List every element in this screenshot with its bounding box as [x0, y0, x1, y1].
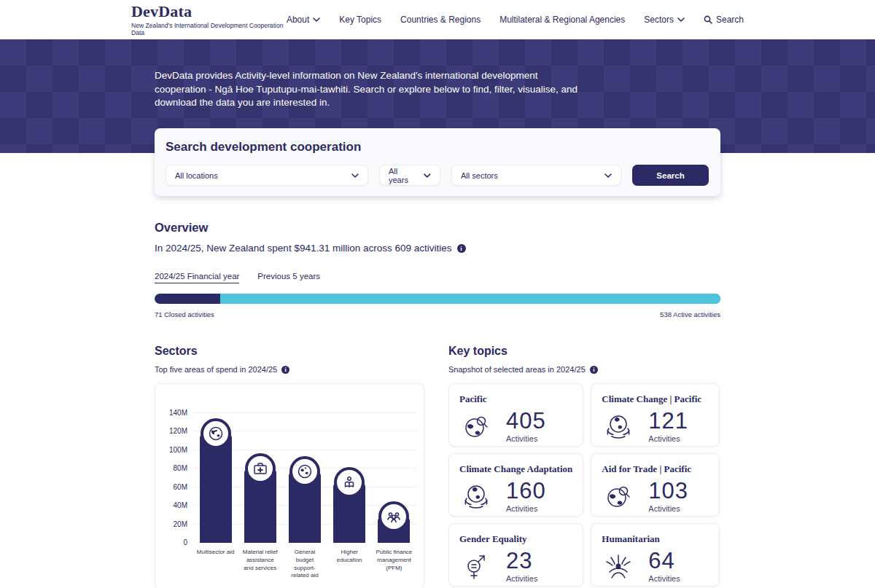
chevron-down-icon — [424, 173, 431, 178]
logo-tagline: New Zealand's International Development … — [131, 22, 287, 36]
globe-icon — [207, 425, 225, 442]
closed-activities-label: 71 Closed activities — [155, 310, 214, 318]
globe-hands-icon — [602, 409, 635, 443]
closed-activities-segment — [155, 294, 220, 304]
chevron-down-icon — [351, 173, 359, 178]
search-panel: Search development cooperation All locat… — [155, 128, 720, 196]
nav-item-multilateral-agencies[interactable]: Multilateral & Regional Agencies — [499, 15, 625, 25]
topic-card-pacific[interactable]: Pacific 405 Activities — [448, 383, 583, 447]
hands-together-icon — [602, 549, 635, 583]
globe-hands-icon — [459, 479, 493, 513]
y-tick-label: 0 — [160, 538, 187, 546]
overview-summary: In 2024/25, New Zealand spent $941.31 mi… — [155, 243, 452, 254]
search-icon — [704, 15, 712, 24]
bar-general-budget-support — [289, 471, 321, 543]
nav-item-search[interactable]: Search — [704, 15, 744, 25]
main-nav: About Key Topics Countries & Regions Mul… — [287, 15, 744, 25]
activities-progress-bar — [155, 294, 720, 304]
active-activities-label: 538 Active activities — [660, 310, 720, 318]
bar-material-relief — [244, 469, 276, 543]
tab-previous-5-years[interactable]: Previous 5 years — [257, 272, 320, 283]
logo-title: DevData — [131, 3, 287, 20]
y-tick-label: 120M — [160, 427, 187, 435]
header: DevData New Zealand's International Deve… — [0, 0, 875, 39]
hero-text: DevData provides Activity-level informat… — [155, 69, 586, 110]
topic-card-gender-equality[interactable]: Gender Equality 23 Activities — [448, 523, 583, 587]
chevron-down-icon — [604, 173, 612, 178]
key-topics-grid: Pacific 405 Activities Climate Change | … — [448, 383, 720, 587]
topic-count-label: Activities — [506, 574, 537, 583]
x-label: General budget support-related aid — [282, 549, 327, 580]
nav-item-about[interactable]: About — [287, 15, 320, 25]
topic-count-label: Activities — [648, 434, 688, 443]
bar-public-finance-management — [378, 517, 410, 543]
medical-kit-icon — [252, 460, 269, 477]
x-label: Material relief assistance and services — [238, 549, 282, 580]
info-icon[interactable] — [281, 366, 289, 374]
sectors-subtitle: Top five areas of spend in 2024/25 — [155, 365, 277, 374]
sectors-select[interactable]: All sectors — [451, 165, 621, 186]
chart-plot: 020M40M60M80M100M120M140M — [193, 413, 416, 543]
logo[interactable]: DevData New Zealand's International Deve… — [131, 3, 287, 36]
key-topics-subtitle: Snapshot of selected areas in 2024/25 — [448, 365, 586, 374]
topic-count: 64 — [648, 549, 680, 572]
chart-x-labels: Multisector aid Material relief assistan… — [193, 549, 416, 580]
y-tick-label: 20M — [160, 520, 187, 528]
chevron-down-icon — [313, 17, 320, 22]
bar-multisector-aid — [200, 434, 232, 543]
tab-financial-year[interactable]: 2024/25 Financial year — [155, 272, 239, 283]
active-activities-segment — [220, 294, 720, 304]
y-tick-label: 140M — [160, 409, 187, 417]
chart-bars — [193, 413, 416, 543]
chevron-down-icon — [677, 17, 685, 22]
people-icon — [385, 508, 402, 525]
topic-count: 103 — [648, 479, 688, 502]
y-tick-label: 40M — [160, 501, 187, 509]
locations-select[interactable]: All locations — [166, 165, 368, 186]
years-select[interactable]: All years — [379, 165, 440, 186]
topic-count: 23 — [506, 549, 537, 572]
bar-higher-education — [333, 482, 365, 543]
y-tick-label: 80M — [160, 464, 187, 472]
topic-card-climate-change-pacific[interactable]: Climate Change | Pacific 121 Activities — [591, 383, 720, 447]
topic-count-label: Activities — [648, 574, 680, 583]
nav-item-countries-regions[interactable]: Countries & Regions — [400, 15, 481, 25]
gender-equality-icon — [459, 549, 493, 583]
x-label: Multisector aid — [193, 549, 238, 580]
overview-tabs: 2024/25 Financial year Previous 5 years — [155, 272, 720, 283]
topic-card-climate-change-adaptation[interactable]: Climate Change Adaptation 160 Activities — [448, 453, 583, 517]
key-topics-title: Key topics — [448, 345, 720, 358]
topic-card-humanitarian[interactable]: Humanitarian 64 Activities — [591, 523, 720, 587]
topic-count-label: Activities — [506, 434, 546, 443]
sectors-bar-chart: 020M40M60M80M100M120M140M Multisector ai… — [155, 383, 424, 588]
overview-title: Overview — [155, 221, 720, 235]
info-icon[interactable] — [457, 244, 466, 253]
education-icon — [341, 474, 358, 491]
topic-count: 405 — [506, 409, 546, 432]
sectors-section: Sectors Top five areas of spend in 2024/… — [155, 345, 424, 588]
y-tick-label: 60M — [160, 483, 187, 491]
key-topics-section: Key topics Snapshot of selected areas in… — [448, 345, 720, 587]
search-panel-title: Search development cooperation — [166, 140, 709, 154]
topic-count-label: Activities — [648, 504, 688, 513]
topic-count-label: Activities — [506, 504, 546, 513]
sectors-title: Sectors — [155, 345, 424, 358]
globe-search-icon — [602, 479, 635, 513]
overview-section: Overview In 2024/25, New Zealand spent $… — [155, 221, 720, 318]
globe-search-icon — [459, 409, 493, 443]
topic-count: 121 — [648, 409, 688, 432]
topic-card-aid-for-trade-pacific[interactable]: Aid for Trade | Pacific 103 Activities — [591, 453, 720, 517]
globe-icon — [296, 463, 314, 480]
x-label: Public finance management (PFM) — [372, 549, 416, 580]
x-label: Higher education — [327, 549, 372, 580]
topic-count: 160 — [506, 479, 546, 502]
search-button[interactable]: Search — [632, 165, 709, 186]
info-icon[interactable] — [590, 366, 598, 374]
nav-item-sectors[interactable]: Sectors — [644, 15, 685, 25]
nav-item-key-topics[interactable]: Key Topics — [339, 15, 381, 25]
y-tick-label: 100M — [160, 446, 187, 454]
